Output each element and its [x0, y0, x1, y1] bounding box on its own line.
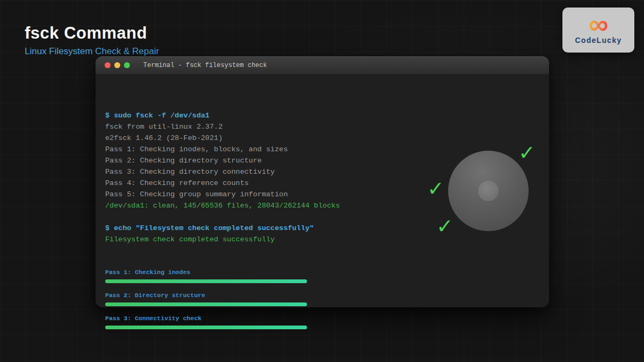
progress-bar — [105, 326, 307, 329]
maximize-icon[interactable] — [124, 62, 130, 68]
progress-bar-fill — [105, 302, 307, 306]
progress-group: Pass 3: Connectivity check — [105, 314, 307, 329]
terminal-titlebar: Terminal - fsck filesystem check — [96, 56, 549, 74]
brand-logo-card: ∞ CodeLucky — [562, 8, 634, 53]
progress-bar — [105, 279, 307, 283]
progress-label: Pass 3: Connectivity check — [105, 314, 307, 322]
progress-bar-fill — [105, 326, 307, 329]
slide-background: fsck Command Linux Filesystem Check & Re… — [0, 0, 644, 362]
terminal-line: Filesystem check completed successfully — [105, 234, 539, 245]
disk-illustration — [448, 151, 529, 231]
page-title: fsck Command — [25, 24, 147, 43]
page-subtitle: Linux Filesystem Check & Repair — [25, 46, 159, 57]
progress-label: Pass 1: Checking inodes — [105, 268, 307, 276]
progress-section: Pass 1: Checking inodesPass 2: Directory… — [105, 268, 307, 329]
checkmark-icon: ✓ — [518, 143, 536, 163]
checkmark-icon: ✓ — [427, 179, 444, 199]
progress-group: Pass 1: Checking inodes — [105, 268, 307, 283]
close-icon[interactable] — [105, 62, 111, 68]
terminal-line: e2fsck 1.46.2 (28-Feb-2021) — [105, 132, 539, 144]
disk-hub-icon — [478, 181, 499, 201]
brand-name: CodeLucky — [575, 36, 621, 45]
progress-label: Pass 2: Directory structure — [105, 291, 307, 299]
terminal-line: fsck from util-linux 2.37.2 — [105, 121, 539, 132]
progress-bar — [105, 302, 307, 306]
progress-group: Pass 2: Directory structure — [105, 291, 307, 306]
minimize-icon[interactable] — [114, 62, 120, 68]
infinity-logo-icon: ∞ — [588, 13, 608, 35]
terminal-title: Terminal - fsck filesystem check — [143, 62, 267, 69]
checkmark-icon: ✓ — [436, 216, 453, 237]
terminal-line: $ sudo fsck -f /dev/sda1 — [105, 110, 539, 121]
progress-bar-fill — [105, 279, 307, 283]
